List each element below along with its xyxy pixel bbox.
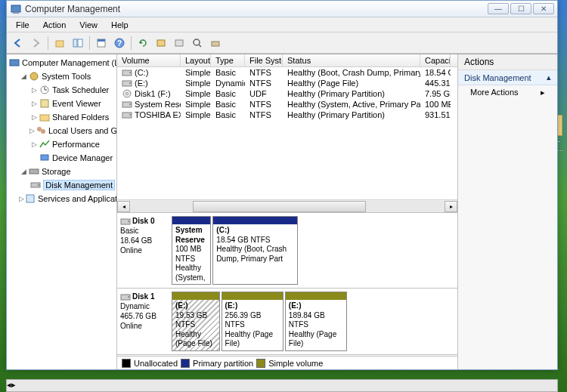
tree-device-manager[interactable]: Device Manager bbox=[8, 151, 115, 165]
partition[interactable]: (E:)256.39 GB NTFSHealthy (Page File) bbox=[222, 292, 284, 351]
up-button[interactable] bbox=[51, 35, 68, 51]
back-button[interactable] bbox=[10, 35, 26, 51]
svg-point-26 bbox=[38, 184, 39, 186]
volume-fs: NTFS bbox=[245, 67, 283, 78]
properties-button[interactable] bbox=[93, 35, 110, 51]
navigation-tree[interactable]: Computer Management (Local ◢ System Tool… bbox=[7, 54, 117, 369]
forward-button[interactable] bbox=[28, 35, 45, 51]
volume-list-scrollbar[interactable]: ◂ ▸ bbox=[117, 199, 457, 212]
partition-title: (E:) bbox=[289, 301, 343, 311]
window-bottom-scrollbar[interactable]: ◂ ▸ bbox=[6, 379, 558, 392]
svg-text:?: ? bbox=[117, 39, 122, 48]
maximize-button[interactable]: ☐ bbox=[510, 3, 531, 14]
chevron-right-icon: ▸ bbox=[541, 88, 545, 97]
disk-size: 18.64 GB bbox=[120, 236, 169, 245]
partition-size: 256.39 GB NTFS bbox=[225, 311, 280, 330]
actions-pane: Actions Disk Management ▴ More Actions ▸ bbox=[457, 54, 557, 369]
actions-section[interactable]: Disk Management ▴ bbox=[458, 70, 557, 85]
disk-icon bbox=[120, 217, 132, 226]
tree-event-viewer[interactable]: ▷Event Viewer bbox=[8, 97, 115, 110]
svg-rect-20 bbox=[40, 115, 49, 121]
volume-name: TOSHIBA EXT (G:) bbox=[135, 110, 181, 119]
disk-name: Disk 1 bbox=[132, 292, 154, 301]
tree-shared-folders[interactable]: ▷Shared Folders bbox=[8, 110, 115, 124]
tool-icon-1[interactable] bbox=[153, 35, 169, 51]
disk-map[interactable]: Disk 0Basic18.64 GBOnlineSystem Reserve1… bbox=[117, 213, 457, 356]
svg-rect-9 bbox=[157, 40, 165, 46]
svg-point-31 bbox=[129, 82, 131, 84]
minimize-button[interactable]: — bbox=[488, 3, 509, 14]
partition[interactable]: System Reserve100 MB NTFSHealthy (System… bbox=[172, 216, 211, 285]
menu-action[interactable]: Action bbox=[37, 19, 73, 31]
tree-performance[interactable]: ▷Performance bbox=[8, 137, 115, 151]
volume-layout: Simple bbox=[181, 78, 211, 88]
tool-icon-2[interactable] bbox=[171, 35, 187, 51]
col-volume[interactable]: Volume bbox=[117, 54, 181, 66]
partition[interactable]: (C:)18.54 GB NTFSHealthy (Boot, Crash Du… bbox=[212, 216, 297, 285]
menu-file[interactable]: File bbox=[10, 19, 36, 31]
col-layout[interactable]: Layout bbox=[181, 54, 211, 66]
volume-status: Healthy (Boot, Crash Dump, Primary Parti… bbox=[283, 67, 420, 78]
menu-view[interactable]: View bbox=[73, 19, 104, 31]
disk-info: Disk 1Dynamic465.76 GBOnline bbox=[120, 292, 169, 351]
partition-status: Healthy (Page File) bbox=[175, 330, 216, 349]
tree-services[interactable]: ▷Services and Applications bbox=[8, 192, 115, 205]
svg-point-37 bbox=[129, 114, 131, 116]
volume-layout: Simple bbox=[181, 88, 211, 99]
svg-rect-2 bbox=[56, 41, 64, 47]
tree-system-tools[interactable]: ◢ System Tools bbox=[8, 69, 115, 83]
scroll-thumb[interactable] bbox=[193, 201, 366, 212]
col-filesystem[interactable]: File System bbox=[245, 54, 283, 66]
tool-icon-3[interactable] bbox=[189, 35, 206, 51]
volume-row[interactable]: (E:)SimpleDynamicNTFSHealthy (Page File)… bbox=[117, 78, 457, 88]
volume-type: Basic bbox=[211, 110, 245, 120]
tree-task-scheduler[interactable]: ▷Task Scheduler bbox=[8, 83, 115, 97]
legend-primary: Primary partition bbox=[193, 359, 253, 368]
scroll-left-button[interactable]: ◂ bbox=[117, 201, 130, 212]
drive-icon bbox=[122, 100, 132, 109]
col-type[interactable]: Type bbox=[211, 54, 245, 66]
partition-title: (C:) bbox=[216, 226, 293, 236]
actions-more[interactable]: More Actions ▸ bbox=[458, 85, 557, 100]
svg-rect-23 bbox=[41, 155, 48, 160]
svg-point-39 bbox=[128, 221, 129, 222]
svg-rect-3 bbox=[73, 39, 77, 47]
volume-row[interactable]: Disk1 (F:)SimpleBasicUDFHealthy (Primary… bbox=[117, 88, 457, 99]
col-capacity[interactable]: Capaci bbox=[420, 54, 451, 66]
scroll-right-button[interactable]: ▸ bbox=[445, 201, 457, 212]
tree-storage[interactable]: ◢Storage bbox=[8, 165, 115, 178]
show-hide-tree-button[interactable] bbox=[70, 35, 86, 51]
volume-name: System Reserved bbox=[135, 100, 181, 109]
partition[interactable]: (E:)189.84 GB NTFSHealthy (Page File) bbox=[285, 292, 347, 351]
scroll-right-button[interactable]: ▸ bbox=[11, 380, 16, 391]
disk-row[interactable]: Disk 1Dynamic465.76 GBOnline(E:)19.53 GB… bbox=[117, 289, 457, 355]
volume-row[interactable]: System ReservedSimpleBasicNTFSHealthy (S… bbox=[117, 99, 457, 110]
tool-icon-4[interactable] bbox=[207, 35, 224, 51]
partition-color-bar bbox=[172, 217, 210, 224]
legend-swatch-simple bbox=[256, 359, 265, 368]
svg-point-33 bbox=[126, 93, 129, 95]
menu-help[interactable]: Help bbox=[105, 19, 135, 31]
partition-title: (E:) bbox=[225, 301, 280, 311]
legend-swatch-unallocated bbox=[122, 359, 131, 368]
volume-capacity: 18.54 G bbox=[420, 67, 451, 78]
tree-disk-management[interactable]: Disk Management bbox=[8, 178, 115, 192]
help-button[interactable]: ? bbox=[111, 35, 128, 51]
disk-row[interactable]: Disk 0Basic18.64 GBOnlineSystem Reserve1… bbox=[117, 213, 457, 289]
refresh-button[interactable] bbox=[135, 35, 151, 51]
svg-rect-27 bbox=[26, 195, 34, 202]
computer-management-window: Computer Management — ☐ ✕ File Action Vi… bbox=[6, 0, 558, 370]
volume-row[interactable]: TOSHIBA EXT (G:)SimpleBasicNTFSHealthy (… bbox=[117, 110, 457, 120]
close-button[interactable]: ✕ bbox=[533, 3, 554, 14]
tree-root[interactable]: Computer Management (Local bbox=[8, 56, 115, 69]
svg-rect-19 bbox=[41, 100, 48, 107]
svg-point-29 bbox=[129, 72, 131, 73]
tree-local-users[interactable]: ▷Local Users and Groups bbox=[8, 124, 115, 137]
partition-color-bar bbox=[286, 292, 346, 300]
volume-row[interactable]: (C:)SimpleBasicNTFSHealthy (Boot, Crash … bbox=[117, 67, 457, 78]
col-status[interactable]: Status bbox=[283, 54, 420, 66]
window-title: Computer Management bbox=[25, 4, 488, 14]
partition[interactable]: (E:)19.53 GB NTFSHealthy (Page File) bbox=[172, 292, 220, 351]
volume-rows[interactable]: (C:)SimpleBasicNTFSHealthy (Boot, Crash … bbox=[117, 67, 457, 199]
volume-fs: NTFS bbox=[245, 78, 283, 88]
